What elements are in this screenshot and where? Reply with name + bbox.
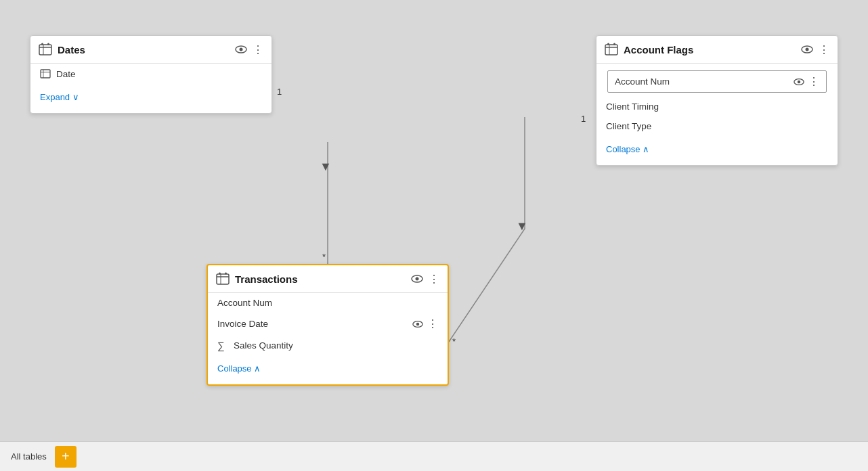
svg-point-24 — [225, 273, 227, 275]
svg-point-4 — [41, 43, 43, 45]
svg-point-17 — [806, 48, 809, 51]
transactions-invoicedate-row: Invoice Date ⋮ — [208, 313, 448, 335]
svg-rect-20 — [217, 274, 229, 284]
account-flags-eye-icon[interactable] — [801, 43, 813, 55]
account-flags-collapse-btn[interactable]: Collapse ∧ — [596, 139, 659, 160]
dates-table-icon — [39, 43, 52, 56]
date-field-label: Date — [56, 69, 76, 79]
transactions-header: Transactions ⋮ — [208, 265, 448, 293]
diagram-canvas: ▼ * 1 ▼ 1 * Dates ⋮ — [0, 0, 868, 471]
one-label-account: 1 — [581, 114, 586, 124]
svg-rect-1 — [39, 45, 51, 55]
account-flags-header: Account Flags ⋮ — [596, 36, 838, 64]
svg-point-7 — [240, 48, 243, 51]
transactions-table-icon — [216, 272, 230, 286]
account-flags-table-title: Account Flags — [624, 44, 796, 55]
transactions-table-card: Transactions ⋮ Account Num Invoice Date … — [207, 264, 449, 386]
many-label-dates: * — [322, 252, 326, 262]
account-num-eye-icon[interactable] — [794, 76, 804, 87]
bottom-bar: All tables + — [0, 441, 868, 471]
add-table-button[interactable]: + — [55, 446, 77, 468]
dates-table-title: Dates — [58, 44, 230, 55]
svg-point-28 — [416, 322, 419, 325]
transactions-accountnum-row: Account Num — [208, 293, 448, 313]
account-flags-clienttiming-row: Client Timing — [596, 97, 838, 116]
date-field-icon — [40, 68, 51, 79]
svg-rect-8 — [41, 70, 50, 78]
svg-point-26 — [416, 277, 419, 281]
svg-point-5 — [47, 43, 49, 45]
transactions-accountnum-label: Account Num — [217, 298, 272, 308]
account-flags-accountnum-row: Account Num ⋮ — [607, 70, 827, 93]
invoice-date-eye-icon[interactable] — [412, 319, 423, 330]
account-flags-header-actions: ⋮ — [801, 43, 829, 56]
dates-header: Dates ⋮ — [30, 36, 272, 64]
transactions-invoicedate-label: Invoice Date — [217, 319, 407, 329]
arrow-down-dates: ▼ — [320, 160, 332, 174]
account-flags-table-icon — [605, 43, 618, 56]
transactions-salesqty-label: Sales Quantity — [234, 340, 293, 351]
transactions-collapse-btn[interactable]: Collapse ∧ — [208, 358, 270, 379]
dates-eye-icon[interactable] — [235, 43, 247, 55]
client-type-label: Client Type — [606, 121, 651, 131]
transactions-header-actions: ⋮ — [411, 273, 439, 286]
svg-point-15 — [613, 43, 615, 45]
dates-date-row: Date — [30, 64, 272, 84]
dates-more-icon[interactable]: ⋮ — [253, 43, 263, 56]
svg-point-23 — [219, 273, 221, 275]
account-num-label: Account Num — [615, 76, 788, 87]
svg-point-19 — [798, 80, 800, 83]
transactions-table-title: Transactions — [235, 273, 406, 285]
transactions-salesqty-row: ∑ Sales Quantity — [208, 335, 448, 355]
dates-table-card: Dates ⋮ Date Expand ∨ — [30, 35, 272, 114]
account-flags-clienttype-row: Client Type — [596, 116, 838, 136]
svg-rect-11 — [605, 45, 617, 55]
dates-expand-btn[interactable]: Expand ∨ — [30, 87, 89, 108]
svg-point-14 — [607, 43, 609, 45]
account-num-more-icon[interactable]: ⋮ — [808, 75, 819, 88]
account-flags-more-icon[interactable]: ⋮ — [819, 43, 829, 56]
account-flags-table-card: Account Flags ⋮ Account Num ⋮ Cli — [596, 35, 838, 166]
transactions-eye-icon[interactable] — [411, 273, 423, 285]
client-timing-label: Client Timing — [606, 102, 659, 112]
sigma-icon: ∑ — [217, 340, 228, 351]
many-label-account: * — [452, 336, 456, 346]
all-tables-label: All tables — [11, 451, 47, 462]
dates-header-actions: ⋮ — [235, 43, 263, 56]
arrow-down-account: ▼ — [516, 219, 528, 233]
one-label-dates: 1 — [277, 87, 282, 97]
invoice-date-more-icon[interactable]: ⋮ — [427, 317, 438, 330]
transactions-more-icon[interactable]: ⋮ — [429, 273, 439, 286]
